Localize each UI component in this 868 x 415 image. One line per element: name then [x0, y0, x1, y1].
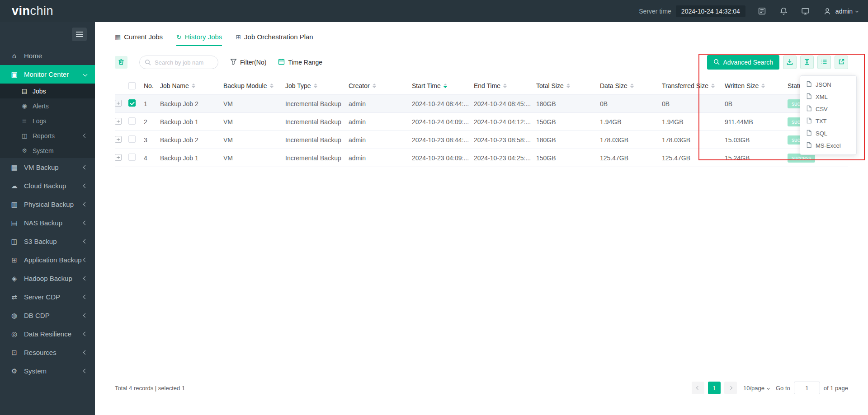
- sidebar-item-cloud-backup[interactable]: ☁ Cloud Backup: [0, 177, 95, 195]
- chevron-left-icon: [696, 386, 700, 390]
- expand-row-icon[interactable]: [115, 136, 122, 143]
- sidebar-item-hadoop-backup[interactable]: ◈ Hadoop Backup: [0, 269, 95, 288]
- row-checkbox[interactable]: [128, 154, 136, 161]
- db-cdp-icon: ◍: [10, 312, 19, 320]
- tab-current-jobs[interactable]: ▦ Current Jobs: [115, 33, 163, 46]
- table-row[interactable]: 1 Backup Job 2 VM Incremental Backup adm…: [115, 95, 848, 113]
- next-page-button[interactable]: [724, 382, 737, 394]
- sidebar-item-system[interactable]: ⚙ System: [0, 362, 95, 380]
- data-resilience-icon: ◎: [10, 330, 19, 338]
- resources-icon: ⊡: [10, 349, 19, 357]
- sidebar-item-jobs[interactable]: ▤ Jobs: [0, 84, 95, 98]
- advanced-search-button[interactable]: Advanced Search: [707, 55, 779, 70]
- menu-item-json[interactable]: JSON: [800, 79, 856, 91]
- menu-item-ms-excel[interactable]: MS-Excel: [800, 140, 856, 152]
- sidebar-item-monitor-center[interactable]: ▣ Monitor Center: [0, 65, 95, 84]
- search-input[interactable]: [139, 56, 218, 69]
- cell-creator: admin: [349, 136, 412, 144]
- pagination: 1 10/page Go to of 1 page: [692, 382, 848, 394]
- sort-icons[interactable]: [270, 84, 274, 88]
- sidebar-item-system-monitor[interactable]: ⚙ System: [0, 143, 95, 158]
- bell-icon[interactable]: [779, 6, 789, 16]
- download-button[interactable]: [783, 56, 797, 69]
- user-menu[interactable]: admin: [822, 6, 858, 16]
- total-pages-label: of 1 page: [824, 385, 848, 392]
- sort-icons[interactable]: [630, 84, 634, 88]
- sidebar-item-s3-backup[interactable]: ◫ S3 Backup: [0, 232, 95, 251]
- main-content: ▦ Current Jobs ↻ History Jobs ⊞ Job Orch…: [95, 22, 868, 415]
- system-icon: ⚙: [10, 367, 19, 375]
- sort-icons[interactable]: [503, 84, 507, 88]
- sort-icons[interactable]: [761, 84, 765, 88]
- file-icon: [806, 130, 812, 137]
- sort-icons[interactable]: [314, 84, 317, 88]
- time-range-button[interactable]: Time Range: [278, 58, 322, 66]
- page-size-select[interactable]: 10/page: [743, 385, 769, 392]
- sidebar: ⌂ Home ▣ Monitor Center ▤ Jobs ◉ Alerts …: [0, 22, 95, 415]
- table-row[interactable]: 2 Backup Job 1 VM Incremental Backup adm…: [115, 113, 848, 131]
- menu-item-sql[interactable]: SQL: [800, 127, 856, 140]
- sidebar-item-db-cdp[interactable]: ◍ DB CDP: [0, 306, 95, 325]
- chevron-left-icon: [83, 350, 88, 355]
- table-row[interactable]: 3 Backup Job 2 VM Incremental Backup adm…: [115, 131, 848, 149]
- row-checkbox[interactable]: [128, 99, 136, 107]
- menu-item-txt[interactable]: TXT: [800, 115, 856, 127]
- cell-end-time: 2024-10-24 04:12:...: [474, 118, 536, 126]
- sidebar-item-alerts[interactable]: ◉ Alerts: [0, 98, 95, 113]
- cloud-backup-icon: ☁: [10, 182, 19, 190]
- cell-no: 4: [144, 154, 160, 162]
- sidebar-item-vm-backup[interactable]: ▦ VM Backup: [0, 158, 95, 177]
- logo-text-light: chin: [30, 4, 54, 18]
- expand-row-icon[interactable]: [115, 154, 122, 161]
- history-jobs-icon: ↻: [176, 33, 182, 41]
- sidebar-item-application-backup[interactable]: ⊞ Application Backup: [0, 251, 95, 269]
- select-all-checkbox[interactable]: [128, 82, 136, 89]
- column-settings-button[interactable]: [817, 56, 831, 69]
- expand-row-icon[interactable]: [115, 118, 122, 125]
- physical-backup-icon: ▥: [10, 201, 19, 209]
- export-share-icon: [838, 58, 845, 67]
- chevron-left-icon: [83, 221, 88, 225]
- cell-written-size: 0B: [725, 100, 788, 107]
- sidebar-collapse-button[interactable]: [72, 28, 87, 41]
- cell-written-size: 15.24GB: [725, 154, 788, 162]
- export-button[interactable]: [835, 56, 848, 69]
- menu-item-xml[interactable]: XML: [800, 91, 856, 103]
- cell-start-time: 2024-10-23 04:09:...: [412, 154, 474, 162]
- row-checkbox[interactable]: [128, 117, 136, 125]
- sidebar-item-nas-backup[interactable]: ▤ NAS Backup: [0, 214, 95, 232]
- col-creator: Creator: [349, 82, 412, 89]
- sidebar-item-reports[interactable]: ◫ Reports: [0, 128, 95, 143]
- console-monitor-icon[interactable]: [801, 6, 811, 16]
- table-row[interactable]: 4 Backup Job 1 VM Incremental Backup adm…: [115, 149, 848, 167]
- page-number-button[interactable]: 1: [708, 382, 721, 394]
- sort-icons[interactable]: [711, 84, 715, 88]
- tab-job-orchestration-plan[interactable]: ⊞ Job Orchestration Plan: [236, 33, 313, 46]
- delete-button[interactable]: [115, 56, 127, 69]
- filter-button[interactable]: Filter(No): [230, 58, 266, 66]
- sort-icons-active[interactable]: [443, 84, 447, 88]
- tab-history-jobs[interactable]: ↻ History Jobs: [176, 33, 222, 46]
- sidebar-item-data-resilience[interactable]: ◎ Data Resilience: [0, 325, 95, 343]
- cell-written-size: 911.44MB: [725, 118, 788, 126]
- license-icon[interactable]: [757, 6, 767, 16]
- menu-item-csv[interactable]: CSV: [800, 103, 856, 115]
- cell-data-size: 1.94GB: [600, 118, 662, 126]
- sort-icons[interactable]: [192, 84, 195, 88]
- sidebar-item-resources[interactable]: ⊡ Resources: [0, 343, 95, 362]
- cell-transferred-size: 125.47GB: [662, 154, 725, 162]
- chevron-left-icon: [83, 134, 88, 138]
- sidebar-item-physical-backup[interactable]: ▥ Physical Backup: [0, 195, 95, 214]
- row-height-button[interactable]: [800, 56, 814, 69]
- row-checkbox[interactable]: [128, 135, 136, 143]
- goto-page-input[interactable]: [794, 382, 820, 394]
- sidebar-item-server-cdp[interactable]: ⇄ Server CDP: [0, 288, 95, 306]
- sidebar-item-home[interactable]: ⌂ Home: [0, 47, 95, 65]
- expand-row-icon[interactable]: [115, 100, 122, 107]
- vm-backup-icon: ▦: [10, 163, 19, 172]
- prev-page-button[interactable]: [692, 382, 704, 394]
- sort-icons[interactable]: [373, 84, 376, 88]
- records-summary: Total 4 records | selected 1: [115, 385, 185, 392]
- sort-icons[interactable]: [566, 84, 570, 88]
- sidebar-item-logs[interactable]: ≡ Logs: [0, 113, 95, 128]
